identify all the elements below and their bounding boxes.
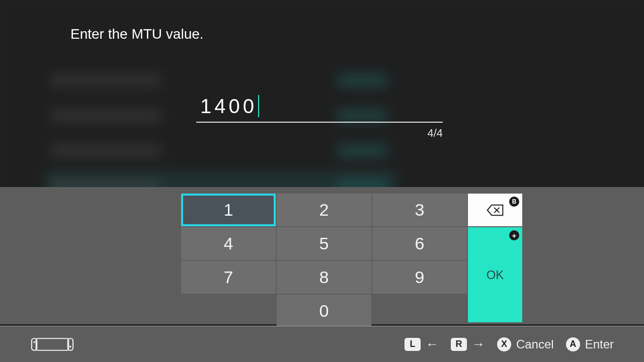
hint-shoulder-right: R → <box>451 336 485 352</box>
controller-icon <box>30 335 74 353</box>
l-shoulder-icon: L <box>405 338 421 351</box>
backspace-button[interactable]: B <box>468 194 522 226</box>
cancel-label: Cancel <box>516 337 554 351</box>
x-button-icon: X <box>497 337 511 351</box>
hint-shoulder-left: L ← <box>405 336 439 352</box>
hint-enter: A Enter <box>566 337 614 351</box>
arrow-right-icon: → <box>472 336 485 352</box>
a-button-icon: A <box>566 337 580 351</box>
mtu-input-field[interactable]: 1400 4/4 <box>196 90 443 123</box>
key-8[interactable]: 8 <box>277 261 371 294</box>
key-3[interactable]: 3 <box>372 194 467 226</box>
ok-label: OK <box>487 268 504 282</box>
input-value: 1400 <box>196 95 257 118</box>
enter-label: Enter <box>585 337 614 351</box>
backspace-icon <box>487 204 504 217</box>
key-0[interactable]: 0 <box>277 295 371 327</box>
svg-point-5 <box>33 341 35 343</box>
char-counter: 4/4 <box>427 127 443 140</box>
key-2[interactable]: 2 <box>277 194 371 226</box>
r-shoulder-icon: R <box>451 338 467 351</box>
footer-bar: L ← R → X Cancel A Enter <box>0 326 644 362</box>
plus-button-badge: + <box>509 230 519 240</box>
key-9[interactable]: 9 <box>372 261 467 294</box>
key-4[interactable]: 4 <box>181 227 276 260</box>
key-1[interactable]: 1 <box>181 194 276 226</box>
prompt-text: Enter the MTU value. <box>70 26 204 42</box>
key-7[interactable]: 7 <box>181 261 276 294</box>
key-6[interactable]: 6 <box>372 227 467 260</box>
text-caret <box>258 95 259 117</box>
svg-point-6 <box>69 345 71 347</box>
key-5[interactable]: 5 <box>277 227 371 260</box>
svg-rect-2 <box>36 338 69 350</box>
arrow-left-icon: ← <box>426 336 439 352</box>
ok-button[interactable]: OK + <box>468 227 522 322</box>
numeric-keypad: 1 2 3 4 5 6 7 8 9 0 <box>181 194 467 327</box>
b-button-badge: B <box>509 197 519 207</box>
hint-cancel: X Cancel <box>497 337 554 351</box>
